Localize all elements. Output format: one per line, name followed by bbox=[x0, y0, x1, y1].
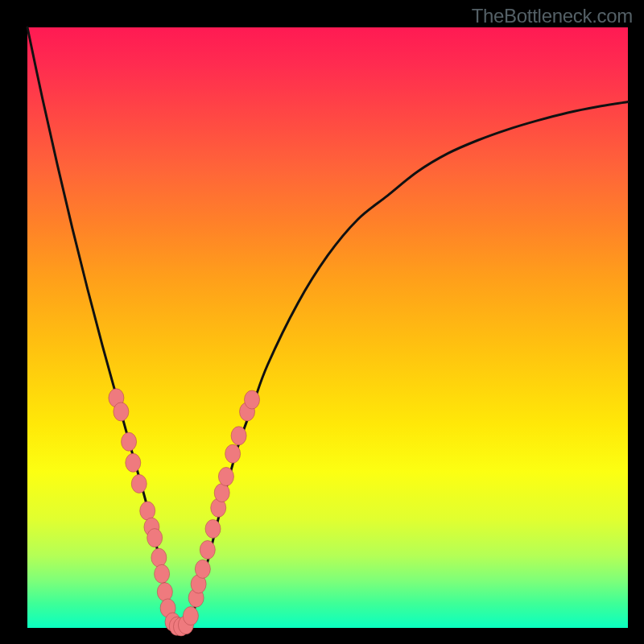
marker-dot bbox=[155, 564, 170, 583]
plot-area bbox=[27, 27, 628, 628]
marker-dot bbox=[205, 519, 221, 538]
marker-dot bbox=[151, 548, 167, 567]
curve-svg bbox=[27, 27, 628, 628]
marker-dot bbox=[200, 541, 215, 559]
bottleneck-curve bbox=[27, 27, 628, 630]
marker-dot bbox=[147, 529, 163, 547]
marker-dot bbox=[218, 468, 233, 486]
marker-dot bbox=[214, 484, 229, 502]
marker-dot bbox=[122, 432, 137, 451]
marker-dot bbox=[183, 607, 198, 625]
marker-dot bbox=[126, 453, 141, 472]
marker-dot bbox=[131, 474, 147, 493]
watermark-text: TheBottleneck.com bbox=[472, 5, 633, 27]
marker-dot bbox=[225, 444, 241, 463]
marker-dot bbox=[140, 502, 155, 520]
marker-dot bbox=[114, 402, 129, 421]
marker-dot bbox=[195, 559, 210, 578]
marker-dot bbox=[157, 583, 172, 601]
marker-dot bbox=[245, 390, 260, 409]
marker-group bbox=[109, 389, 260, 636]
marker-dot bbox=[231, 427, 246, 445]
chart-frame: TheBottleneck.com bbox=[0, 0, 644, 644]
